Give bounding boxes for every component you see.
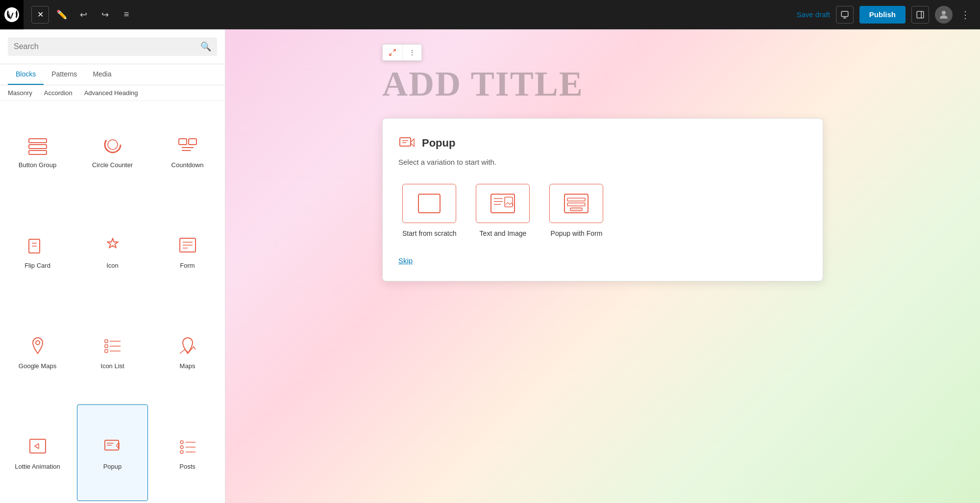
popup-dialog-subtitle: Select a variation to start with.: [398, 158, 807, 166]
search-input-wrap: 🔍: [8, 37, 217, 56]
scroll-label-accordion: Accordion: [44, 89, 73, 97]
scroll-label-advanced-heading: Advanced Heading: [84, 89, 138, 97]
user-avatar[interactable]: [935, 6, 953, 24]
page-title: ADD TITLE: [382, 49, 823, 104]
block-item-flip-card[interactable]: Flip Card: [2, 203, 73, 300]
svg-point-22: [36, 341, 40, 345]
scroll-label-masonry: Masonry: [8, 89, 32, 97]
block-item-countdown[interactable]: Countdown: [152, 103, 223, 200]
circle-counter-icon: [101, 133, 124, 156]
svg-rect-7: [29, 145, 47, 149]
variation-popup-form[interactable]: Popup with Form: [545, 180, 607, 243]
publish-button[interactable]: Publish: [859, 6, 906, 24]
svg-rect-37: [400, 138, 411, 146]
block-label-circle-counter: Circle Counter: [92, 161, 133, 170]
block-item-google-maps[interactable]: Google Maps: [2, 304, 73, 401]
svg-rect-46: [567, 203, 585, 206]
svg-rect-8: [29, 151, 47, 154]
block-label-google-maps: Google Maps: [19, 362, 56, 371]
svg-point-9: [105, 137, 121, 152]
blocks-grid: Button Group Circle Counter: [0, 101, 225, 503]
block-label-form: Form: [180, 262, 195, 270]
popup-header: Popup: [398, 134, 807, 152]
form-icon: [176, 233, 199, 257]
more-options-button[interactable]: ⋮: [958, 7, 972, 23]
close-button[interactable]: ✕: [31, 6, 49, 24]
block-label-button-group: Button Group: [19, 161, 56, 170]
svg-rect-27: [105, 350, 108, 352]
main-layout: 🔍 Blocks Patterns Media Masonry Accordio…: [0, 29, 980, 503]
svg-rect-12: [189, 139, 196, 145]
block-item-form[interactable]: Form: [152, 203, 223, 300]
search-input[interactable]: [14, 42, 196, 51]
popup-dialog: Popup Select a variation to start with. …: [382, 118, 823, 281]
topbar: ✕ ✏️ ↩ ↪ ≡ Save draft Publish: [0, 0, 980, 29]
svg-point-32: [180, 446, 183, 449]
redo-button[interactable]: ↪: [96, 6, 114, 24]
tab-blocks[interactable]: Blocks: [8, 64, 44, 85]
svg-point-5: [942, 11, 946, 15]
svg-rect-3: [917, 11, 924, 18]
countdown-icon: [176, 133, 199, 156]
block-item-icon[interactable]: Icon: [77, 203, 148, 300]
wp-logo: [0, 0, 24, 29]
preview-button[interactable]: [836, 6, 854, 24]
svg-point-31: [180, 441, 183, 444]
popup-icon: [101, 434, 124, 458]
block-tabs: Blocks Patterns Media: [0, 64, 225, 85]
svg-rect-25: [105, 345, 108, 348]
variation-scratch-label: Start from scratch: [402, 229, 456, 239]
list-view-button[interactable]: ≡: [118, 6, 135, 24]
block-item-maps[interactable]: Maps: [152, 304, 223, 401]
variation-text-image-label: Text and Image: [480, 229, 527, 239]
variation-text-image-icon-box: [476, 184, 530, 223]
tab-patterns[interactable]: Patterns: [44, 64, 85, 85]
float-expand-button[interactable]: [383, 45, 403, 60]
svg-rect-6: [29, 139, 47, 143]
posts-icon: [176, 434, 199, 458]
block-item-posts[interactable]: Posts: [152, 404, 223, 501]
wordpress-icon: [3, 6, 21, 24]
topbar-left: ✕ ✏️ ↩ ↪ ≡: [8, 0, 135, 29]
block-item-button-group[interactable]: Button Group: [2, 103, 73, 200]
sidebar-toggle-button[interactable]: [911, 6, 929, 24]
float-more-button[interactable]: ⋮: [403, 45, 421, 60]
icon-block-icon: [101, 233, 124, 257]
block-item-lottie[interactable]: Lottie Animation: [2, 404, 73, 501]
button-group-icon: [26, 133, 49, 156]
block-label-icon-list: Icon List: [100, 362, 124, 371]
variation-start-scratch[interactable]: Start from scratch: [398, 180, 460, 243]
block-label-flip-card: Flip Card: [24, 262, 50, 270]
block-label-maps: Maps: [180, 362, 196, 371]
maps-icon: [176, 334, 199, 357]
floating-toolbar: ⋮: [382, 44, 422, 61]
flip-card-icon: [26, 233, 49, 257]
svg-rect-0: [841, 11, 848, 17]
scroll-labels: Masonry Accordion Advanced Heading: [0, 85, 225, 101]
edit-icon-button[interactable]: ✏️: [53, 6, 71, 24]
undo-button[interactable]: ↩: [74, 6, 92, 24]
search-bar: 🔍: [0, 29, 225, 64]
block-item-popup[interactable]: Popup: [77, 404, 148, 501]
popup-dialog-icon: [398, 134, 416, 152]
block-label-icon: Icon: [106, 262, 119, 270]
skip-link[interactable]: Skip: [398, 256, 413, 265]
svg-point-33: [180, 451, 183, 453]
tab-media[interactable]: Media: [85, 64, 119, 85]
block-item-circle-counter[interactable]: Circle Counter: [77, 103, 148, 200]
save-draft-button[interactable]: Save draft: [796, 10, 830, 19]
svg-rect-43: [505, 197, 513, 207]
main-canvas: ⋮ ADD TITLE Popup Select a variation to …: [225, 29, 980, 503]
left-panel: 🔍 Blocks Patterns Media Masonry Accordio…: [0, 29, 225, 503]
search-icon: 🔍: [200, 41, 211, 52]
variation-popup-form-label: Popup with Form: [551, 229, 603, 239]
page-title-area: ⋮ ADD TITLE: [382, 49, 823, 104]
svg-rect-11: [179, 139, 187, 145]
svg-rect-23: [105, 340, 108, 343]
block-item-icon-list[interactable]: Icon List: [77, 304, 148, 401]
variation-text-image[interactable]: Text and Image: [472, 180, 534, 243]
svg-rect-38: [418, 194, 440, 213]
variation-cards: Start from scratch Text: [398, 180, 807, 243]
svg-rect-47: [570, 208, 582, 211]
block-label-popup: Popup: [103, 463, 122, 471]
